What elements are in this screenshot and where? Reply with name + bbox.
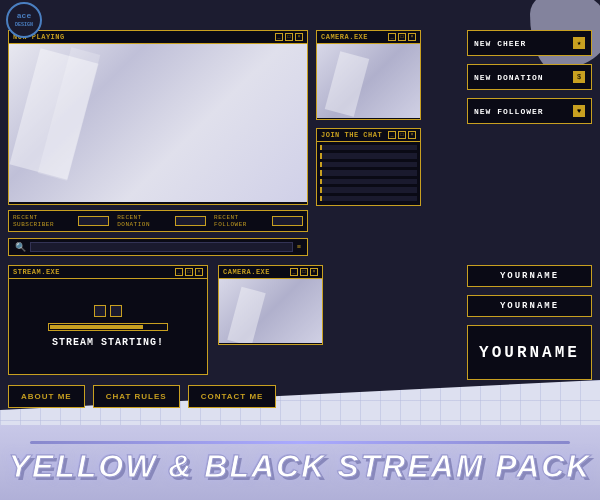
stream-starting-controls: _ □ × (175, 268, 203, 276)
cam2-ctrl-max[interactable]: □ (300, 268, 308, 276)
ctrl-min[interactable]: _ (275, 33, 283, 41)
camera2-title: CAMERA.EXE (223, 268, 270, 276)
recent-subscriber-box (78, 216, 109, 226)
search-icon: 🔍 (15, 242, 26, 253)
stream-starting-title: STREAM.EXE (13, 268, 60, 276)
new-follower-panel: NEW FOLLOWER ♥ (467, 98, 592, 124)
ss-ctrl-close[interactable]: × (195, 268, 203, 276)
camera2-panel: CAMERA.EXE _ □ × (218, 265, 323, 345)
chat-line-1 (320, 145, 417, 150)
cam2-ctrl-min[interactable]: _ (290, 268, 298, 276)
name-panel-3: YOURNAME (467, 325, 592, 380)
camera-panel: CAMERA.EXE _ □ × (316, 30, 421, 120)
ctrl-close[interactable]: × (295, 33, 303, 41)
recent-donation-box (175, 216, 206, 226)
progress-bar-outer (48, 323, 168, 331)
pack-title: YELLOW & BLACK STREAM PACK (9, 448, 592, 485)
chat-line-5 (320, 179, 417, 184)
progress-bar-inner (50, 325, 143, 329)
recent-donation-item: RECENT DONATION (117, 214, 206, 228)
search-extras: ≡ (297, 243, 301, 251)
recent-subscriber-label: RECENT SUBSCRIBER (13, 214, 75, 228)
stream-small-icon-2 (110, 305, 122, 317)
camera-body (317, 44, 420, 118)
chat-line-2 (320, 153, 417, 158)
camera-titlebar: CAMERA.EXE _ □ × (317, 31, 420, 44)
new-cheer-panel: NEW CHEER ★ (467, 30, 592, 56)
main-stream-titlebar: NOW PLAYING _ □ × (9, 31, 307, 44)
cam2-glare (227, 287, 265, 343)
cam-glare (325, 51, 370, 117)
ctrl-max[interactable]: □ (285, 33, 293, 41)
new-donation-text: NEW DONATION (474, 73, 544, 82)
logo-text: ace DESIGN (15, 12, 33, 28)
stream-starting-titlebar: STREAM.EXE _ □ × (9, 266, 207, 279)
camera-title: CAMERA.EXE (321, 33, 368, 41)
join-chat-controls: _ □ × (388, 131, 416, 139)
stream-icon-row (94, 305, 122, 317)
new-follower-text: NEW FOLLOWER (474, 107, 544, 116)
search-input[interactable] (30, 242, 293, 252)
chat-ctrl-close[interactable]: × (408, 131, 416, 139)
recent-stats-bar: RECENT SUBSCRIBER RECENT DONATION RECENT… (8, 210, 308, 232)
cam-ctrl-min[interactable]: _ (388, 33, 396, 41)
recent-follower-box (272, 216, 303, 226)
chat-ctrl-min[interactable]: _ (388, 131, 396, 139)
chat-rules-button[interactable]: CHAT RULES (93, 385, 180, 408)
new-follower-icon: ♥ (573, 105, 585, 117)
chat-line-6 (320, 187, 417, 192)
new-cheer-text: NEW CHEER (474, 39, 526, 48)
cam-ctrl-close[interactable]: × (408, 33, 416, 41)
recent-follower-item: RECENT FOLLOWER (214, 214, 303, 228)
stream-starting-panel: STREAM.EXE _ □ × STREAM STARTING! (8, 265, 208, 375)
camera2-controls: _ □ × (290, 268, 318, 276)
join-chat-title: JOIN THE CHAT (321, 131, 382, 139)
ss-ctrl-max[interactable]: □ (185, 268, 193, 276)
chat-line-7 (320, 196, 417, 201)
join-chat-body (317, 142, 420, 204)
name-panel-1: YOURNAME (467, 265, 592, 287)
chat-line-4 (320, 170, 417, 175)
recent-subscriber-item: RECENT SUBSCRIBER (13, 214, 109, 228)
join-chat-panel: JOIN THE CHAT _ □ × (316, 128, 421, 206)
stream-small-icon-1 (94, 305, 106, 317)
name-text-1: YOURNAME (500, 271, 559, 281)
bottom-buttons: ABOUT ME CHAT RULES CONTACT ME (8, 385, 276, 408)
main-stream-body (9, 44, 307, 202)
about-me-button[interactable]: ABOUT ME (8, 385, 85, 408)
main-stream-panel: NOW PLAYING _ □ × (8, 30, 308, 205)
search-bar[interactable]: 🔍 ≡ (8, 238, 308, 256)
logo: ace DESIGN (6, 2, 42, 38)
chat-ctrl-max[interactable]: □ (398, 131, 406, 139)
name-panel-2: YOURNAME (467, 295, 592, 317)
name-text-2: YOURNAME (500, 301, 559, 311)
main-stream-controls: _ □ × (275, 33, 303, 41)
stream-starting-body: STREAM STARTING! (9, 279, 207, 373)
bottom-line (30, 441, 570, 444)
recent-follower-label: RECENT FOLLOWER (214, 214, 269, 228)
camera2-body (219, 279, 322, 343)
chat-line-3 (320, 162, 417, 167)
new-donation-icon: $ (573, 71, 585, 83)
new-cheer-icon: ★ (573, 37, 585, 49)
camera-controls: _ □ × (388, 33, 416, 41)
camera2-titlebar: CAMERA.EXE _ □ × (219, 266, 322, 279)
recent-donation-label: RECENT DONATION (117, 214, 172, 228)
bottom-title-area: YELLOW & BLACK STREAM PACK (0, 425, 600, 500)
ss-ctrl-min[interactable]: _ (175, 268, 183, 276)
stream-starting-text: STREAM STARTING! (52, 337, 164, 348)
new-donation-panel: NEW DONATION $ (467, 64, 592, 90)
join-chat-titlebar: JOIN THE CHAT _ □ × (317, 129, 420, 142)
name-text-3: YOURNAME (479, 344, 580, 362)
cam2-ctrl-close[interactable]: × (310, 268, 318, 276)
cam-ctrl-max[interactable]: □ (398, 33, 406, 41)
contact-me-button[interactable]: CONTACT ME (188, 385, 277, 408)
